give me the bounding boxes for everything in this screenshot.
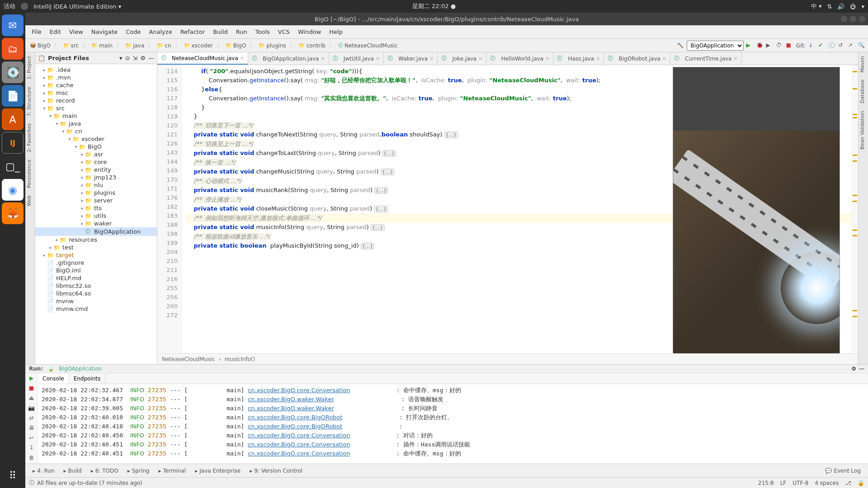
coverage-icon[interactable]: ▶ bbox=[766, 42, 774, 49]
revert-icon[interactable]: ↺ bbox=[838, 42, 845, 49]
tree-item-resources[interactable]: ▸resources bbox=[35, 236, 157, 244]
tab-waker[interactable]: Waker.java× bbox=[384, 52, 438, 65]
volume-icon[interactable]: 🔊 bbox=[837, 3, 844, 10]
tree-item-tts[interactable]: ▸tts bbox=[35, 204, 157, 212]
push-icon[interactable]: ↗ bbox=[848, 42, 855, 49]
activities-button[interactable]: 活动 bbox=[4, 2, 15, 10]
menu-build[interactable]: Build bbox=[209, 27, 231, 37]
git-branch-icon[interactable]: ⎇ bbox=[845, 480, 851, 486]
maximize-button[interactable] bbox=[850, 16, 856, 22]
left-stripe-7-structure[interactable]: 7: Structure bbox=[25, 83, 35, 120]
debug-icon[interactable]: 🐞 bbox=[756, 42, 764, 49]
tree-item-bigo[interactable]: ▾BigO bbox=[35, 143, 157, 150]
scroll-icon[interactable]: ↧ bbox=[28, 445, 35, 452]
dock-software-icon[interactable]: A bbox=[2, 108, 24, 130]
project-view-chevron-icon[interactable]: ▾ bbox=[119, 55, 123, 61]
tree-item--idea[interactable]: ▸.idea bbox=[35, 66, 157, 74]
tab-jwtutil[interactable]: JwtUtil.java× bbox=[329, 52, 384, 65]
menu-tools[interactable]: Tools bbox=[252, 27, 274, 37]
tree-item-nlu[interactable]: ▸nlu bbox=[35, 181, 157, 189]
tab-currenttime[interactable]: CurrentTime.java× bbox=[670, 52, 742, 65]
tab-bigorobot[interactable]: BigORobot.java× bbox=[604, 52, 670, 65]
close-button[interactable] bbox=[859, 16, 865, 22]
menu-code[interactable]: Code bbox=[122, 27, 144, 37]
tree-item-java[interactable]: ▾java bbox=[35, 120, 157, 127]
network-icon[interactable]: ⇅ bbox=[827, 3, 832, 10]
menu-edit[interactable]: Edit bbox=[46, 27, 65, 37]
breadcrumb-src[interactable]: src bbox=[61, 42, 81, 50]
left-stripe-2-favorites[interactable]: 2: Favorites bbox=[25, 120, 35, 156]
camera-icon[interactable]: 📷 bbox=[28, 405, 35, 412]
dock-firefox-icon[interactable]: 🦊 bbox=[2, 202, 24, 224]
locate-icon[interactable]: ⊙ bbox=[125, 55, 130, 61]
commit-icon[interactable]: ✔ bbox=[818, 42, 826, 49]
ime-indicator[interactable]: 中 ▾ bbox=[811, 2, 822, 10]
breadcrumb-plugins[interactable]: plugins bbox=[257, 42, 288, 50]
minimize-button[interactable] bbox=[841, 16, 847, 22]
breadcrumb-bigo[interactable]: BigO bbox=[224, 42, 248, 50]
left-stripe-web[interactable]: Web bbox=[25, 192, 35, 210]
rerun-icon[interactable]: ▶ bbox=[28, 375, 35, 382]
menu-analyze[interactable]: Analyze bbox=[145, 27, 175, 37]
dock-chrome-icon[interactable]: ◉ bbox=[2, 179, 24, 201]
tree-item-record[interactable]: ▸record bbox=[35, 97, 157, 104]
menu-file[interactable]: File bbox=[28, 27, 45, 37]
bottom-tool-6-todo[interactable]: ▸6: TODO bbox=[86, 466, 123, 476]
menu-vcs[interactable]: VCS bbox=[274, 27, 293, 37]
layout-icon[interactable]: ⇄ bbox=[28, 415, 35, 422]
run-tab-console[interactable]: Console bbox=[38, 373, 69, 384]
system-clock[interactable]: 星期二 22ː02 ● bbox=[412, 2, 456, 10]
dock-files-icon[interactable]: 🗂 bbox=[2, 38, 24, 60]
stop-icon[interactable]: ■ bbox=[786, 42, 793, 49]
lock-icon[interactable]: 🔒 bbox=[858, 480, 864, 486]
settings-icon[interactable]: ⚙ bbox=[140, 55, 146, 61]
menu-navigate[interactable]: Navigate bbox=[88, 27, 121, 37]
menu-run[interactable]: Run bbox=[232, 27, 251, 37]
project-tree[interactable]: ▸.idea▸.mvn▸cache▸msc▸record▾src▾main▾ja… bbox=[35, 64, 157, 364]
menu-window[interactable]: Window bbox=[294, 27, 325, 37]
breadcrumb-neteasecloudmusic[interactable]: NeteaseCloudMusic bbox=[336, 41, 400, 50]
tree-item-test[interactable]: ▸test bbox=[35, 244, 157, 251]
menu-help[interactable]: Help bbox=[326, 27, 346, 37]
print-icon[interactable]: 🖶 bbox=[28, 425, 35, 432]
tree-item-plugins[interactable]: ▸plugins bbox=[35, 189, 157, 197]
bottom-tool-java-enterprise[interactable]: ▸Java Enterprise bbox=[190, 466, 245, 476]
tree-item-mvnw[interactable]: mvnw bbox=[35, 297, 157, 305]
breadcrumb-contrib[interactable]: contrib bbox=[297, 42, 327, 50]
tree-item-utils[interactable]: ▸utils bbox=[35, 212, 157, 220]
history-icon[interactable]: 🕘 bbox=[828, 42, 835, 49]
menu-refactor[interactable]: Refactor bbox=[177, 27, 209, 37]
right-stripe-bean-validation[interactable]: Bean Validation bbox=[859, 107, 868, 153]
breadcrumb-bigo[interactable]: BigO bbox=[28, 42, 52, 50]
exit-icon[interactable]: ⏏ bbox=[28, 395, 35, 402]
tree-item-src[interactable]: ▾src bbox=[35, 104, 157, 112]
power-icon[interactable]: ⏻ bbox=[850, 3, 856, 10]
run-conf-name[interactable]: BigOApplication bbox=[59, 366, 102, 372]
tree-item-bigoapplication[interactable]: BigOApplication bbox=[35, 227, 157, 236]
status-icon[interactable]: ⓘ bbox=[29, 479, 34, 487]
dock-thunderbird-icon[interactable]: ✉ bbox=[2, 14, 24, 36]
breadcrumb-main[interactable]: main bbox=[90, 42, 114, 50]
tree-item--mvn[interactable]: ▸.mvn bbox=[35, 74, 157, 81]
system-chevron-icon[interactable]: ▾ bbox=[861, 3, 864, 10]
tree-item-help-md[interactable]: HELP.md bbox=[35, 274, 157, 282]
tree-item-msc[interactable]: ▸msc bbox=[35, 89, 157, 97]
console[interactable]: 2020-02-18 22:02:32.467 INFO 27235 --- [… bbox=[38, 384, 868, 464]
dock-writer-icon[interactable]: 📄 bbox=[2, 85, 24, 107]
bottom-tool-spring[interactable]: ▸Spring bbox=[123, 466, 154, 476]
right-stripe-database[interactable]: Database bbox=[859, 76, 868, 107]
file-encoding[interactable]: UTF-8 bbox=[793, 480, 808, 486]
tree-item-cn[interactable]: ▾cn bbox=[35, 127, 157, 135]
bottom-tool-9-version-control[interactable]: ▸9: Version Control bbox=[245, 466, 307, 476]
tree-item-core[interactable]: ▸core bbox=[35, 158, 157, 166]
app-menu[interactable]: IntelliJ IDEA Ultimate Edition ▾ bbox=[33, 3, 121, 10]
tree-item-server[interactable]: ▸server bbox=[35, 197, 157, 204]
tab-bigoapplication[interactable]: BigOApplication.java× bbox=[248, 52, 329, 65]
tree-item-libmsc32-so[interactable]: libmsc32.so bbox=[35, 282, 157, 290]
dock-apps-icon[interactable]: ⠿ bbox=[2, 465, 24, 486]
build-icon[interactable]: 🔨 bbox=[677, 42, 684, 49]
line-ending[interactable]: LF bbox=[780, 480, 787, 486]
webcam-preview[interactable] bbox=[673, 67, 840, 353]
run-icon[interactable]: ▶ bbox=[746, 42, 754, 49]
tree-item-libmsc64-so[interactable]: libmsc64.so bbox=[35, 290, 157, 297]
